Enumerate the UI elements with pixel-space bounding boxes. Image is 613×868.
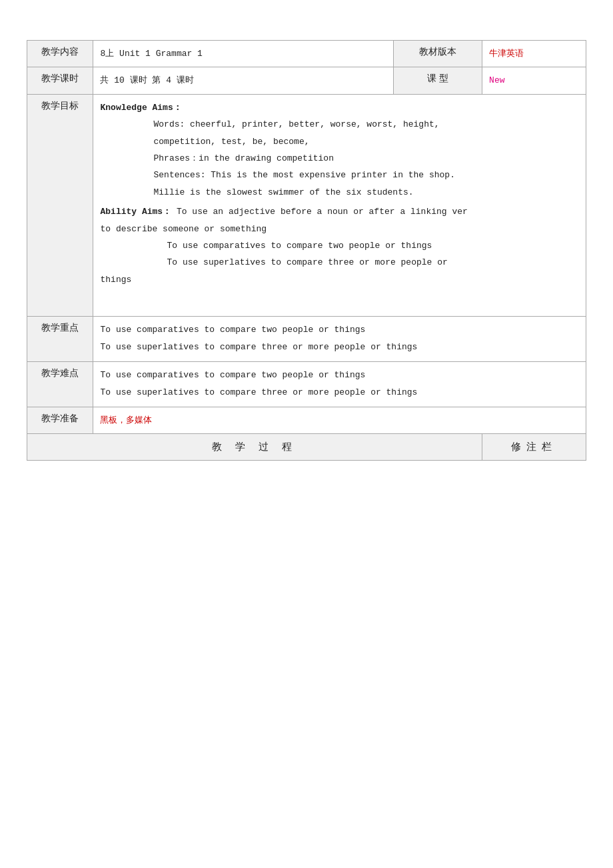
content-textbook-version: 牛津英语 xyxy=(482,41,586,67)
label-teaching-materials: 教学准备 xyxy=(27,407,93,434)
row-process-header: 教 学 过 程 修注栏 xyxy=(27,434,586,461)
row-teaching-difficulty: 教学难点 To use comparatives to compare two … xyxy=(27,362,586,407)
label-teaching-objectives: 教学目标 xyxy=(27,94,93,317)
ability-line1: To use an adjective before a noun or aft… xyxy=(177,207,468,217)
label-teaching-difficulty: 教学难点 xyxy=(27,362,93,407)
row-teaching-focus: 教学重点 To use comparatives to compare two … xyxy=(27,317,586,362)
notes-label: 修注栏 xyxy=(482,434,586,461)
ability-aims-bold: Ability Aims： xyxy=(100,207,171,217)
focus-line2: To use superlatives to compare three or … xyxy=(100,339,579,355)
content-teaching-content: 8上 Unit 1 Grammar 1 xyxy=(93,41,393,67)
content-teaching-difficulty: To use comparatives to compare two peopl… xyxy=(93,362,586,407)
label-teaching-focus: 教学重点 xyxy=(27,317,93,362)
row-lesson-period: 教学课时 共 10 课时 第 4 课时 课 型 New xyxy=(27,67,586,94)
difficulty-line1: To use comparatives to compare two peopl… xyxy=(100,367,579,383)
words-line1: Words: cheerful, printer, better, worse,… xyxy=(100,117,579,132)
sentences-line2: Millie is the slowest swimmer of the six… xyxy=(100,185,579,200)
ability-line3b: things xyxy=(100,272,579,287)
process-label: 教 学 过 程 xyxy=(27,434,482,461)
words-line2: competition, test, be, become, xyxy=(100,134,579,149)
content-teaching-focus: To use comparatives to compare two peopl… xyxy=(93,317,586,362)
ability-line1b: to describe someone or something xyxy=(100,221,579,237)
row-teaching-objectives: 教学目标 Knowledge Aims： Words: cheerful, pr… xyxy=(27,94,586,317)
label-lesson-period: 教学课时 xyxy=(27,67,93,94)
knowledge-aims-label: Knowledge Aims： xyxy=(100,100,579,115)
ability-line2: To use comparatives to compare two peopl… xyxy=(100,238,579,253)
lesson-table: 教学内容 8上 Unit 1 Grammar 1 教材版本 牛津英语 教学课时 … xyxy=(27,40,586,461)
label-lesson-type: 课 型 xyxy=(393,67,482,94)
phrases-line: Phrases：in the drawing competition xyxy=(100,151,579,166)
content-teaching-objectives: Knowledge Aims： Words: cheerful, printer… xyxy=(93,94,586,317)
label-textbook-version: 教材版本 xyxy=(393,41,482,67)
label-teaching-content: 教学内容 xyxy=(27,41,93,67)
content-teaching-materials: 黑板，多媒体 xyxy=(93,407,586,434)
focus-line1: To use comparatives to compare two peopl… xyxy=(100,322,579,337)
content-lesson-period: 共 10 课时 第 4 课时 xyxy=(93,67,393,94)
row-teaching-materials: 教学准备 黑板，多媒体 xyxy=(27,407,586,434)
page-container: 教学内容 8上 Unit 1 Grammar 1 教材版本 牛津英语 教学课时 … xyxy=(27,40,586,461)
ability-line3: To use superlatives to compare three or … xyxy=(100,255,579,270)
content-lesson-type: New xyxy=(482,67,586,94)
ability-aims-label: Ability Aims： To use an adjective before… xyxy=(100,204,579,219)
row-content-info: 教学内容 8上 Unit 1 Grammar 1 教材版本 牛津英语 xyxy=(27,41,586,67)
difficulty-line2: To use superlatives to compare three or … xyxy=(100,385,579,400)
sentences-line1: Sentences: This is the most expensive pr… xyxy=(100,167,579,183)
